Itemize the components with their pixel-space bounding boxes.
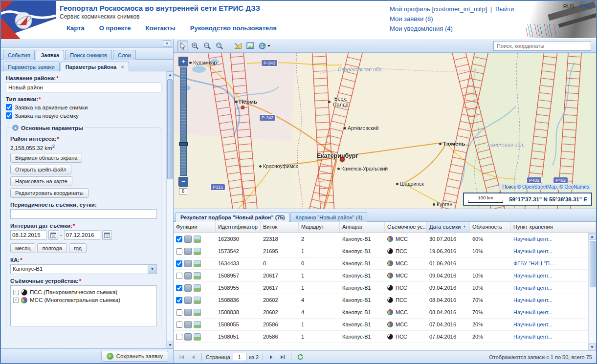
metadata-icon[interactable]: [184, 333, 192, 341]
periodicity-input[interactable]: [10, 209, 157, 219]
cell-storage-link[interactable]: Научный цент...: [511, 236, 588, 242]
tab-events[interactable]: События: [3, 50, 35, 60]
save-request-button[interactable]: ✓ Сохранить заявку: [101, 351, 168, 362]
preview-icon[interactable]: [194, 309, 201, 316]
metadata-icon[interactable]: [184, 272, 192, 279]
table-row[interactable]: 1508055 20586 1 Канопус-В1 МСС 07.04.201…: [174, 319, 588, 331]
tab-request[interactable]: Заявка: [36, 50, 64, 60]
column-cloudiness[interactable]: Облачность: [470, 222, 511, 233]
next-page-button[interactable]: [267, 353, 276, 362]
osm-attribution-link[interactable]: © OpenStreetMap,: [517, 184, 558, 190]
table-row[interactable]: 1508957 20617 1 Канопус-В1 МСС 09.04.201…: [174, 270, 588, 282]
preview-icon[interactable]: [194, 333, 201, 341]
tab-cart[interactable]: Корзина "Новый район" (4): [290, 212, 367, 222]
row-select-checkbox[interactable]: [176, 285, 182, 291]
measure-tool-button[interactable]: [233, 41, 243, 51]
swath-grid-tool-button[interactable]: [245, 41, 256, 51]
column-route[interactable]: Маршрут: [299, 222, 340, 233]
metadata-icon[interactable]: [184, 284, 192, 292]
year-shortcut-button[interactable]: год: [69, 243, 87, 253]
zoom-slider-thumb[interactable]: [179, 142, 188, 146]
table-row[interactable]: 1634433 0 0 Канопус-В1 МСС 01.06.2016 ФГ…: [174, 257, 588, 270]
scrollbar-thumb[interactable]: [590, 241, 596, 287]
date-from-input[interactable]: [10, 230, 46, 240]
metadata-icon[interactable]: [184, 248, 192, 255]
row-select-checkbox[interactable]: [176, 334, 182, 340]
cell-storage-link[interactable]: Научный цент...: [511, 321, 588, 327]
cell-storage-link[interactable]: Научный цент...: [511, 273, 588, 278]
prev-page-button[interactable]: [189, 353, 198, 362]
nav-user-guide[interactable]: Руководство пользователя: [190, 24, 277, 32]
metadata-icon[interactable]: [184, 309, 192, 316]
row-select-checkbox[interactable]: [176, 321, 182, 328]
cell-storage-link[interactable]: Научный цент...: [511, 309, 588, 315]
zoom-slider[interactable]: [180, 67, 187, 176]
column-orbit[interactable]: Виток: [261, 222, 299, 233]
table-row[interactable]: 1508836 20602 4 Канопус-В1 ПСС 08.04.201…: [174, 294, 588, 306]
metadata-icon[interactable]: [184, 236, 192, 243]
device-item-mss[interactable]: + МСС (Многоспектральная съемка): [13, 297, 154, 303]
my-requests-link[interactable]: Мои заявки (8): [390, 14, 433, 24]
zoom-extent-tool-button[interactable]: [214, 41, 225, 51]
zoom-in-tool-button[interactable]: [190, 41, 200, 51]
map-view[interactable]: Кудымкар Пермь Верх. Салда Артёмовский Е…: [174, 53, 596, 209]
cell-storage-link[interactable]: Научный цент...: [511, 297, 588, 303]
cell-storage-link[interactable]: Научный цент...: [511, 285, 588, 291]
region-name-input[interactable]: [6, 83, 161, 92]
grid-scrollbar[interactable]: [588, 233, 596, 350]
row-select-checkbox[interactable]: [176, 248, 182, 255]
zoom-out-tool-button[interactable]: [202, 41, 213, 51]
table-row[interactable]: 1508051 20586 1 Канопус-В1 ПСС 07.04.201…: [174, 331, 588, 343]
tab-image-search[interactable]: Поиск снимков: [65, 50, 112, 60]
row-select-checkbox[interactable]: [176, 260, 182, 267]
preview-icon[interactable]: [194, 260, 201, 267]
scroll-up-button[interactable]: [167, 71, 173, 78]
row-select-checkbox[interactable]: [176, 273, 182, 279]
scroll-down-button[interactable]: [167, 342, 173, 348]
month-shortcut-button[interactable]: месяц: [10, 243, 35, 253]
date-to-input[interactable]: [64, 230, 100, 240]
sidebar-collapse-button[interactable]: «: [163, 40, 171, 47]
expand-icon[interactable]: +: [13, 290, 19, 295]
roscosmos-logo[interactable]: [1, 1, 56, 39]
visible-screen-area-button[interactable]: Видимая область экрана: [10, 153, 82, 163]
archive-images-checkbox[interactable]: [6, 104, 12, 110]
preview-icon[interactable]: [194, 248, 201, 255]
draw-on-map-button[interactable]: Нарисовать на карте: [10, 176, 72, 186]
open-shapefile-button[interactable]: Открыть шейп-файл: [10, 165, 71, 174]
new-survey-checkbox[interactable]: [6, 112, 12, 119]
preview-icon[interactable]: [194, 297, 201, 304]
table-row[interactable]: 1623030 22318 2 Канопус-В1 МСС 30.07.201…: [174, 233, 588, 245]
logout-link[interactable]: Выйти: [495, 4, 514, 14]
tab-search-results[interactable]: Результат подбора "Новый район" (75): [176, 212, 289, 222]
sidebar-scrollbar[interactable]: [166, 71, 173, 348]
column-sensor[interactable]: Съёмочное ус...: [385, 222, 427, 233]
perm-marker[interactable]: [241, 106, 244, 109]
expand-icon[interactable]: +: [13, 298, 19, 303]
scrollbar-thumb[interactable]: [167, 79, 173, 179]
column-date-sorted[interactable]: Дата съёмки▼: [427, 222, 470, 233]
profile-link[interactable]: Мой профиль [customer_int_niitp]: [390, 4, 487, 14]
spacecraft-select[interactable]: Канопус-В1 ▼: [10, 264, 157, 274]
refresh-icon[interactable]: [295, 353, 304, 362]
scroll-down-button[interactable]: [589, 343, 596, 350]
row-select-checkbox[interactable]: [176, 309, 182, 316]
metadata-icon[interactable]: [184, 260, 192, 267]
archive-images-option[interactable]: Заявка на архивные снимки: [6, 104, 161, 110]
nav-about[interactable]: О проекте: [99, 24, 131, 32]
zoom-in-button[interactable]: +: [178, 57, 188, 66]
subtab-region-params[interactable]: Параметры района ×: [61, 62, 129, 71]
date-to-calendar-button[interactable]: [102, 230, 112, 240]
column-functions[interactable]: Функции: [174, 222, 216, 233]
my-notifications-link[interactable]: Мои уведомления (4): [390, 24, 453, 34]
fieldset-collapse-icon[interactable]: ▴: [12, 125, 19, 131]
tab-layers[interactable]: Слои: [113, 50, 136, 60]
scroll-up-button[interactable]: [589, 233, 596, 240]
device-item-pss[interactable]: + ПСС (Панхроматическая съемка): [13, 289, 154, 296]
ekaterinburg-marker[interactable]: [340, 157, 345, 162]
page-number-input[interactable]: [233, 353, 246, 361]
column-satellite[interactable]: Аппарат: [340, 222, 385, 233]
cell-storage-link[interactable]: ФГБУ "НИЦ "П...: [511, 260, 588, 266]
select-tool-button[interactable]: [177, 41, 188, 51]
halfyear-shortcut-button[interactable]: полгода: [37, 243, 66, 253]
